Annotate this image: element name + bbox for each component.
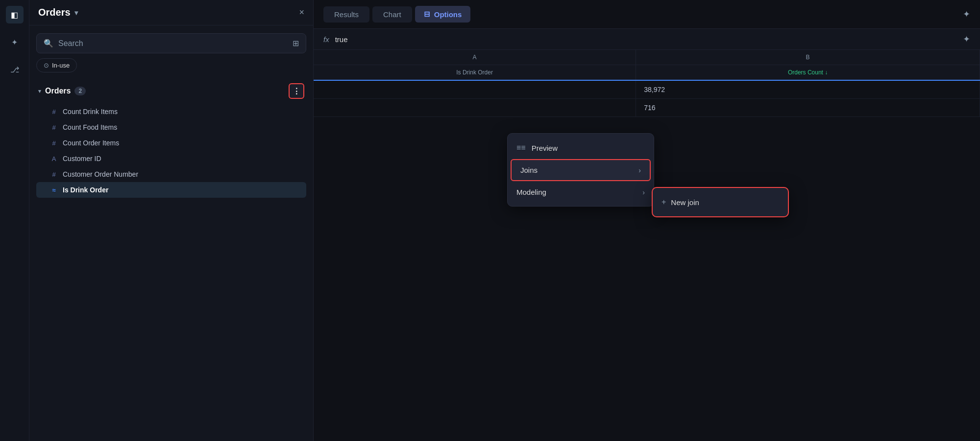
menu-item-modeling[interactable]: Modeling ›	[508, 182, 654, 202]
tree-item-customer-order-number[interactable]: # Customer Order Number	[36, 166, 306, 182]
panel-title-text: Orders	[38, 7, 71, 18]
tree-item-is-drink-order[interactable]: ≈ Is Drink Order	[36, 182, 306, 198]
group-label: Orders	[45, 87, 71, 95]
item-label: Count Food Items	[63, 123, 117, 131]
type-icon-wave: ≈	[50, 186, 58, 194]
results-grid: A B Is Drink Order Orders Count ↓ 38,972	[314, 50, 980, 117]
item-label: Customer ID	[63, 155, 101, 162]
tree-item-count-order-items[interactable]: # Count Order Items	[36, 135, 306, 151]
cell-a2	[314, 99, 636, 117]
inuse-label: In-use	[52, 62, 70, 69]
panel-header: Orders ▾ ×	[29, 0, 313, 25]
cell-b1: 38,972	[636, 80, 980, 99]
tree-item-customer-id[interactable]: A Customer ID	[36, 151, 306, 166]
col-letter-row: A B	[314, 50, 980, 65]
type-icon-hash: #	[50, 124, 58, 131]
sidebar-toggle-btn[interactable]: ◧	[6, 6, 24, 23]
menu-item-preview[interactable]: ≡≡ Preview	[508, 138, 654, 158]
tree-item-count-food-items[interactable]: # Count Food Items	[36, 119, 306, 135]
orders-group-header[interactable]: ▾ Orders 2 ⋮	[36, 78, 306, 104]
cell-a1	[314, 80, 636, 99]
type-icon-a: A	[50, 155, 58, 162]
col-header-row: Is Drink Order Orders Count ↓	[314, 65, 980, 81]
type-icon-hash: #	[50, 139, 58, 147]
search-input[interactable]	[58, 39, 288, 48]
plus-icon: +	[662, 198, 666, 207]
cell-b2: 716	[636, 99, 980, 117]
formula-bar: fx true ✦	[314, 29, 980, 50]
joins-label: Joins	[520, 166, 538, 174]
panel-close-btn[interactable]: ×	[299, 7, 304, 18]
table-row: 38,972	[314, 80, 980, 99]
context-menu: ≡≡ Preview Joins › Modeling ›	[507, 133, 654, 207]
toggle-icon: ⊙	[44, 62, 49, 69]
tab-options[interactable]: ⊟ Options	[415, 6, 471, 23]
group-chevron: ▾	[38, 88, 41, 94]
left-panel: Orders ▾ × 🔍 ⊞ ⊙ In-use ▾ Orders 2 ⋮ # C…	[29, 0, 314, 441]
git-sidebar-btn[interactable]: ⎇	[6, 61, 24, 78]
item-label: Customer Order Number	[63, 170, 138, 178]
sparkle-right-btn[interactable]: ✦	[963, 9, 970, 20]
grid-area: A B Is Drink Order Orders Count ↓ 38,972	[314, 50, 980, 441]
filters-row: ⊙ In-use	[29, 58, 313, 78]
type-icon-hash: #	[50, 171, 58, 178]
item-label: Is Drink Order	[63, 186, 108, 194]
tree-section: ▾ Orders 2 ⋮ # Count Drink Items # Count…	[29, 78, 313, 441]
filter-icon[interactable]: ⊞	[293, 39, 299, 48]
panel-title: Orders ▾	[38, 7, 78, 18]
tree-item-count-drink-items[interactable]: # Count Drink Items	[36, 104, 306, 119]
panel-title-chevron[interactable]: ▾	[74, 9, 78, 17]
fx-label: fx	[323, 35, 329, 44]
item-label: Count Drink Items	[63, 108, 118, 116]
joins-submenu: + New join	[652, 187, 789, 217]
tab-chart[interactable]: Chart	[372, 6, 412, 23]
col-b-header[interactable]: Orders Count ↓	[636, 65, 980, 81]
modeling-arrow-icon: ›	[642, 188, 645, 196]
more-options-btn[interactable]: ⋮	[289, 83, 304, 99]
new-join-btn[interactable]: + New join	[653, 192, 788, 212]
modeling-label: Modeling	[516, 188, 546, 196]
col-a-header[interactable]: Is Drink Order	[314, 65, 636, 81]
new-join-label: New join	[671, 198, 699, 207]
table-row: 716	[314, 99, 980, 117]
top-bar: Results Chart ⊟ Options ✦	[314, 0, 980, 29]
item-label: Count Order Items	[63, 139, 119, 147]
menu-item-joins[interactable]: Joins ›	[511, 159, 651, 181]
preview-icon: ≡≡	[516, 143, 526, 152]
right-panel: Results Chart ⊟ Options ✦ fx true ✦ A B …	[314, 0, 980, 441]
inuse-button[interactable]: ⊙ In-use	[36, 58, 77, 72]
group-badge: 2	[74, 87, 86, 95]
menu-item-label: Preview	[532, 144, 558, 152]
type-icon-hash: #	[50, 108, 58, 116]
tab-results[interactable]: Results	[323, 6, 369, 23]
col-a-letter: A	[314, 50, 636, 65]
sparkle-sidebar-btn[interactable]: ✦	[6, 33, 24, 51]
joins-arrow-icon: ›	[638, 166, 641, 174]
search-bar: 🔍 ⊞	[36, 33, 306, 53]
options-icon: ⊟	[424, 10, 430, 19]
icon-sidebar: ◧ ✦ ⎇	[0, 0, 29, 441]
formula-value: true	[335, 35, 957, 44]
formula-sparkle-btn[interactable]: ✦	[963, 34, 970, 45]
search-icon: 🔍	[44, 39, 53, 48]
col-b-letter: B	[636, 50, 980, 65]
sort-icon[interactable]: ↓	[825, 69, 828, 76]
